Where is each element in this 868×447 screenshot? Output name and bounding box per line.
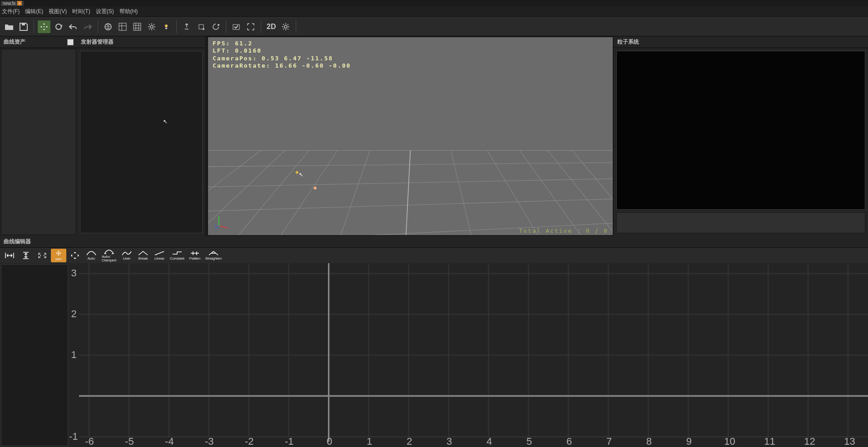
- svg-text:-6: -6: [85, 436, 94, 447]
- svg-text:1: 1: [367, 436, 372, 447]
- grid2-button[interactable]: [131, 20, 144, 33]
- svg-text:z: z: [214, 224, 216, 227]
- curve-asset-checkbox[interactable]: [67, 39, 74, 45]
- svg-line-33: [219, 226, 227, 228]
- curve-asset-body[interactable]: [1, 49, 76, 235]
- curve-toolbar: pan Auto Auto/ Clamped User Break Linear…: [0, 248, 868, 263]
- tangent-user-button[interactable]: User: [119, 249, 134, 262]
- svg-text:-1: -1: [285, 436, 294, 447]
- curve-asset-header: 曲线资产: [0, 36, 77, 48]
- viewport-total-active: Total Active : 0 / 0: [519, 227, 608, 234]
- svg-text:3: 3: [446, 436, 452, 447]
- rotate-tool-button[interactable]: [52, 20, 65, 33]
- light-button[interactable]: [160, 20, 173, 33]
- tangent-break-button[interactable]: Break: [135, 249, 151, 262]
- curve-editor-body: 3 2 1 -1 -6 -5 -4 -3 -2 -1 0 1 2 3 4 5: [0, 263, 868, 447]
- svg-point-10: [284, 25, 287, 28]
- flatten-button[interactable]: Flatten: [187, 249, 203, 262]
- emitter-manager-body[interactable]: ↖: [80, 51, 203, 233]
- svg-text:-5: -5: [125, 436, 134, 447]
- mode-2d-button[interactable]: 2D: [265, 23, 278, 31]
- svg-text:3: 3: [71, 267, 76, 279]
- fit-vertical-button[interactable]: [18, 249, 34, 262]
- svg-text:y: y: [218, 215, 219, 218]
- toolbar-separator: [176, 20, 177, 33]
- transform3-button[interactable]: [209, 20, 222, 33]
- tangent-linear-button[interactable]: Linear: [152, 249, 167, 262]
- svg-text:2: 2: [407, 436, 412, 447]
- tangent-auto-button[interactable]: Auto: [84, 249, 99, 262]
- curve-editor-title: 曲线编辑器: [4, 238, 31, 246]
- svg-text:12: 12: [804, 436, 815, 447]
- cursor-icon: ↖: [163, 118, 168, 125]
- cursor-arrow-icon: ↖: [299, 172, 303, 178]
- svg-text:2: 2: [71, 308, 76, 319]
- curve-asset-title: 曲线资产: [4, 38, 25, 46]
- svg-text:-4: -4: [165, 436, 174, 447]
- transform2-button[interactable]: [195, 20, 208, 33]
- main-toolbar: 2D: [0, 17, 868, 36]
- globe-button[interactable]: [102, 20, 114, 33]
- menu-help[interactable]: 帮助(H): [119, 8, 138, 15]
- fit-all-button[interactable]: [35, 249, 50, 262]
- grid1-button[interactable]: [116, 20, 129, 33]
- open-button[interactable]: [3, 20, 15, 33]
- axis-gizmo-icon: x y z: [214, 215, 229, 230]
- svg-text:9: 9: [686, 436, 692, 447]
- curve-graph[interactable]: 3 2 1 -1 -6 -5 -4 -3 -2 -1 0 1 2 3 4 5: [69, 263, 868, 447]
- svg-text:-3: -3: [205, 436, 214, 447]
- move-all-button[interactable]: [67, 249, 83, 262]
- undo-button[interactable]: [67, 20, 79, 33]
- curve-editor-header: 曲线编辑器: [0, 236, 868, 248]
- svg-text:13: 13: [844, 436, 855, 447]
- menu-time[interactable]: 时间(T): [72, 8, 90, 15]
- file-tab-close-icon[interactable]: ×: [17, 1, 22, 5]
- svg-text:x: x: [227, 226, 229, 230]
- gear-button[interactable]: [145, 20, 158, 33]
- viewport-3d[interactable]: FPS: 61.2 LFT: 0.0160 CameraPos: 0.53 6.…: [208, 37, 613, 235]
- straighten-button[interactable]: Straighten: [203, 249, 223, 262]
- tangent-auto-clamped-button[interactable]: Auto/ Clamped: [100, 249, 118, 262]
- menubar: 文件(F) 编辑(E) 视图(V) 时间(T) 设置(S) 帮助(H): [0, 6, 868, 17]
- menu-file[interactable]: 文件(F): [2, 8, 20, 15]
- svg-text:-1: -1: [69, 431, 78, 442]
- origin-marker-icon: ◆: [313, 185, 317, 190]
- check-button[interactable]: [230, 20, 243, 33]
- svg-text:6: 6: [566, 436, 572, 447]
- particle-properties[interactable]: [616, 212, 865, 233]
- menu-edit[interactable]: 编辑(E): [25, 8, 43, 15]
- emitter-manager-header: 发射器管理器: [77, 36, 205, 48]
- fit-horizontal-button[interactable]: [2, 249, 17, 262]
- svg-text:0: 0: [327, 436, 332, 447]
- curve-tree[interactable]: [1, 264, 68, 446]
- svg-rect-4: [134, 23, 141, 30]
- svg-point-8: [218, 24, 219, 26]
- toolbar-separator: [296, 20, 296, 33]
- svg-rect-3: [119, 23, 126, 30]
- tangent-constant-button[interactable]: Constant: [168, 249, 186, 262]
- toolbar-separator: [98, 20, 98, 33]
- bounds-button[interactable]: [244, 20, 257, 33]
- settings-icon[interactable]: [279, 20, 292, 33]
- svg-text:8: 8: [646, 436, 652, 447]
- menu-view[interactable]: 视图(V): [49, 8, 67, 15]
- file-tab[interactable]: new.fx ×: [1, 1, 24, 6]
- pan-button[interactable]: pan: [51, 249, 66, 262]
- svg-text:10: 10: [724, 436, 735, 447]
- particle-preview[interactable]: [616, 51, 865, 210]
- titlebar: new.fx ×: [0, 0, 868, 6]
- svg-point-5: [150, 25, 153, 28]
- redo-button[interactable]: [81, 20, 94, 33]
- svg-text:-2: -2: [245, 436, 254, 447]
- save-button[interactable]: [17, 20, 30, 33]
- particle-system-title: 粒子系统: [617, 38, 639, 46]
- svg-text:7: 7: [606, 436, 612, 447]
- svg-text:1: 1: [71, 349, 76, 360]
- svg-text:11: 11: [764, 436, 775, 447]
- toolbar-separator: [226, 20, 226, 33]
- menu-settings[interactable]: 设置(S): [96, 8, 114, 15]
- emitter-manager-title: 发射器管理器: [81, 38, 114, 46]
- move-tool-button[interactable]: [38, 20, 50, 33]
- curve-asset-panel: 曲线资产: [0, 36, 77, 236]
- transform1-button[interactable]: [180, 20, 193, 33]
